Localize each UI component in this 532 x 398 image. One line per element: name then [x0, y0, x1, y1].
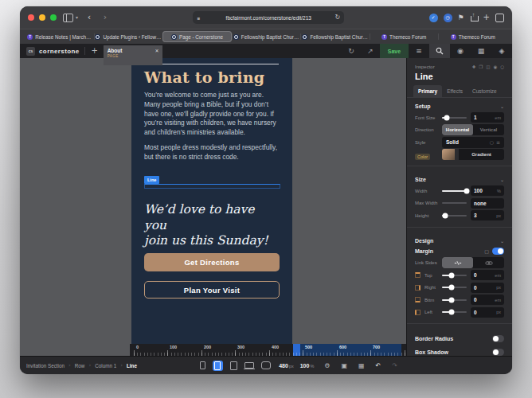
- font-size-slider[interactable]: [442, 117, 467, 119]
- breadcrumb-invitation-section[interactable]: Invitation Section: [26, 363, 65, 369]
- extension-check-icon[interactable]: ✓: [429, 14, 438, 22]
- setup-section-header[interactable]: Setup ⌄: [415, 103, 504, 109]
- margin-bottom-input[interactable]: 0 em: [471, 295, 504, 305]
- margin-bottom-slider[interactable]: [442, 299, 467, 301]
- redo-icon[interactable]: ↷: [392, 362, 397, 369]
- get-directions-button[interactable]: Get Directions: [144, 253, 280, 271]
- margin-left-slider[interactable]: [442, 311, 467, 313]
- browser-tab-themeco-forum-1[interactable]: Themeco Forum: [370, 31, 439, 42]
- device-responsive-button[interactable]: [261, 361, 271, 369]
- settings-icon[interactable]: ○: [500, 64, 504, 69]
- trash-icon[interactable]: ◫: [486, 64, 490, 69]
- height-input[interactable]: 3 px: [471, 210, 504, 220]
- cornerstone-logo[interactable]: cs: [26, 47, 35, 56]
- viewport-width-display[interactable]: 480 px: [279, 363, 294, 369]
- border-radius-toggle[interactable]: [492, 335, 504, 342]
- zoom-level-display[interactable]: 100 %: [300, 363, 315, 369]
- design-section-header[interactable]: Design ⌄: [415, 238, 504, 244]
- eye-icon[interactable]: ◉: [493, 64, 497, 69]
- gear-icon[interactable]: ⚙: [324, 362, 330, 369]
- browser-tab-release-notes[interactable]: Release Notes | March…: [25, 31, 94, 42]
- direction-vertical-button[interactable]: Vertical: [473, 124, 504, 135]
- library-icon[interactable]: ▣: [341, 362, 347, 369]
- font-size-input[interactable]: 1 em: [471, 112, 504, 123]
- selection-label[interactable]: Line: [144, 176, 159, 184]
- margin-toggle[interactable]: [492, 248, 504, 255]
- device-tablet-button[interactable]: [230, 361, 237, 370]
- global-color-icon[interactable]: ○: [490, 139, 494, 145]
- browser-tab-update-plugins[interactable]: Update Plugins ‹ Fellow…: [94, 31, 163, 42]
- tab-customize[interactable]: Customize: [467, 85, 502, 97]
- ruler-number: 400: [272, 345, 279, 349]
- chevron-down-icon: ⌄: [500, 177, 504, 182]
- share-button[interactable]: ↑: [470, 13, 478, 22]
- new-document-button[interactable]: +: [90, 47, 100, 55]
- undo-icon[interactable]: ↶: [376, 362, 381, 369]
- margin-top-slider[interactable]: [442, 275, 467, 276]
- site-settings-icon[interactable]: ▪: [197, 15, 200, 21]
- flag-icon[interactable]: ⚑: [458, 14, 464, 21]
- style-select[interactable]: Solid ○ ≡: [442, 137, 504, 148]
- width-slider[interactable]: [442, 190, 467, 192]
- browser-tab-fellowship-1[interactable]: Fellowship Baptist Chur…: [232, 31, 301, 42]
- margin-right-input[interactable]: 0 px: [471, 283, 504, 293]
- new-tab-button[interactable]: +: [483, 14, 490, 21]
- margin-right-slider[interactable]: [442, 287, 467, 288]
- breadcrumb-column-1[interactable]: Column 1: [95, 363, 116, 369]
- copy-icon[interactable]: ❐: [479, 64, 483, 69]
- margin-top-input[interactable]: 0 em: [471, 270, 504, 280]
- outline-tool-icon[interactable]: ≡: [409, 44, 429, 58]
- close-icon[interactable]: ✕: [155, 49, 159, 53]
- tab-effects[interactable]: Effects: [442, 85, 467, 97]
- elements-tool-icon[interactable]: ◈: [491, 44, 512, 58]
- ruler-number: 700: [373, 345, 380, 349]
- max-width-slider[interactable]: [442, 202, 467, 204]
- inspector-tool-icon[interactable]: [429, 44, 450, 58]
- minimize-window-button[interactable]: [39, 14, 45, 21]
- device-phone-active-button[interactable]: [213, 361, 223, 371]
- browser-tab-themeco-forum-2[interactable]: Themeco Forum: [438, 31, 507, 42]
- link-sides-button[interactable]: [473, 257, 504, 268]
- open-site-icon[interactable]: ↗: [361, 48, 380, 55]
- section-heading: What to bring: [144, 68, 280, 86]
- move-icon[interactable]: ✚: [472, 64, 476, 69]
- grid-icon[interactable]: ▦: [358, 362, 365, 369]
- expand-icon[interactable]: ▢: [484, 248, 489, 254]
- address-bar[interactable]: ▪ fbcfairmont.com/cornerstone/edit/213 ↻: [193, 11, 344, 24]
- plan-your-visit-button[interactable]: Plan Your Visit: [144, 281, 280, 298]
- refresh-icon[interactable]: ↻: [342, 48, 361, 55]
- zoom-window-button[interactable]: [50, 14, 57, 21]
- max-width-input[interactable]: none: [471, 198, 504, 209]
- device-laptop-button[interactable]: [244, 362, 254, 369]
- width-input[interactable]: 100 %: [471, 185, 504, 196]
- layout-tool-icon[interactable]: ▦: [471, 44, 491, 58]
- line-element-above[interactable]: [144, 64, 279, 64]
- unlink-sides-button[interactable]: [442, 257, 473, 268]
- browser-tab-page-cornerstone[interactable]: Page - Cornerstone: [162, 31, 232, 42]
- browser-tab-fellowship-2[interactable]: Fellowship Baptist Chur…: [300, 31, 370, 42]
- selected-line-element[interactable]: [144, 184, 280, 189]
- save-button[interactable]: Save: [380, 44, 409, 58]
- tab-overview-button[interactable]: [495, 14, 504, 22]
- width-row: Width 100 %: [415, 185, 504, 197]
- device-phone-small-button[interactable]: [200, 361, 205, 369]
- tab-primary[interactable]: Primary: [413, 85, 442, 97]
- theme-options-tool-icon[interactable]: ◉: [450, 44, 471, 58]
- height-slider[interactable]: [442, 215, 467, 217]
- extension-clock-icon[interactable]: ◷: [444, 14, 452, 22]
- direction-horizontal-button[interactable]: Horizontal: [442, 124, 473, 135]
- back-button[interactable]: ‹: [86, 14, 92, 21]
- breadcrumb-row[interactable]: Row: [75, 363, 85, 369]
- forward-button[interactable]: ›: [102, 14, 108, 21]
- box-shadow-toggle[interactable]: [492, 349, 504, 356]
- size-section-header[interactable]: Size ⌄: [415, 177, 504, 182]
- close-window-button[interactable]: [28, 14, 34, 21]
- margin-left-input[interactable]: 0 px: [471, 307, 504, 318]
- document-tab-about[interactable]: About PAGE ✕: [104, 45, 162, 65]
- breadcrumb-line[interactable]: Line: [127, 363, 137, 369]
- sidebar-toggle[interactable]: ▾: [63, 14, 78, 22]
- brand-name: cornerstone: [39, 48, 80, 55]
- gradient-button[interactable]: Gradient: [459, 149, 504, 160]
- color-swatch[interactable]: [442, 149, 455, 160]
- reload-icon[interactable]: ↻: [335, 14, 341, 21]
